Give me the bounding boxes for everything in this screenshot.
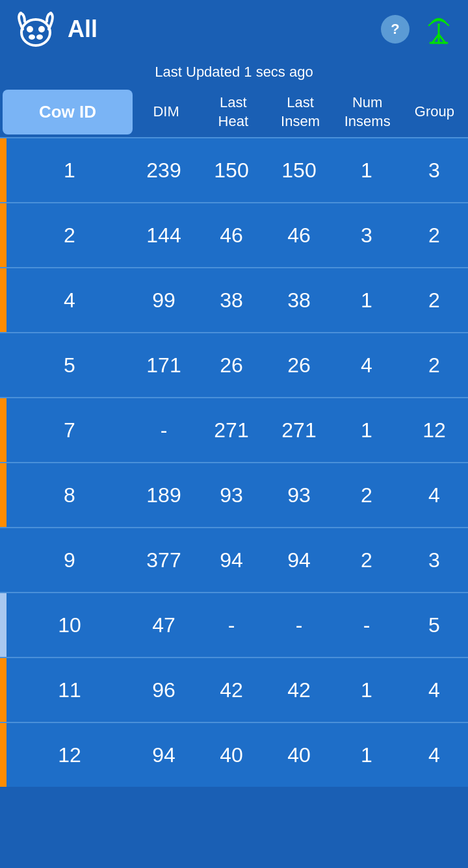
row-indicator [0,593,6,657]
table-row[interactable]: 2 144 46 46 3 2 [0,202,468,267]
cell-num-insems: 4 [333,333,400,397]
table-row[interactable]: 1 239 150 150 1 3 [0,137,468,202]
row-indicator [0,203,6,267]
table-body: 1 239 150 150 1 3 2 144 46 46 3 2 4 99 3… [0,137,468,787]
cell-last-insem: 42 [265,658,333,722]
cell-dim: 99 [130,268,198,332]
cell-group: 3 [400,138,468,202]
cell-last-insem: 40 [265,723,333,787]
row-indicator [0,723,6,787]
cattle-logo-icon [13,10,58,49]
table-row[interactable]: 9 377 94 94 2 3 [0,527,468,592]
cell-group: 4 [400,658,468,722]
signal-icon [422,12,455,47]
cell-last-heat: - [198,593,265,657]
cell-num-insems: - [333,593,400,657]
row-indicator [0,398,6,462]
cell-dim: 171 [130,333,198,397]
svg-point-4 [40,27,44,31]
cell-last-insem: 38 [265,268,333,332]
cell-last-heat: 271 [198,398,265,462]
cell-cowid: 12 [0,723,130,787]
cell-last-insem: 93 [265,463,333,527]
cell-group: 3 [400,528,468,592]
cell-dim: 47 [130,593,198,657]
cell-dim: 144 [130,203,198,267]
cell-last-heat: 93 [198,463,265,527]
cell-cowid: 4 [0,268,130,332]
cell-dim: 239 [130,138,198,202]
cell-dim: 189 [130,463,198,527]
help-button[interactable]: ? [381,15,410,44]
cell-cowid: 1 [0,138,130,202]
cell-last-heat: 42 [198,658,265,722]
cell-num-insems: 1 [333,268,400,332]
cell-last-insem: - [265,593,333,657]
cell-last-heat: 94 [198,528,265,592]
row-indicator [0,138,6,202]
cell-num-insems: 1 [333,658,400,722]
cell-dim: 96 [130,658,198,722]
column-header-last-heat: Last Heat [200,87,266,137]
update-bar: Last Updated 1 secs ago [0,58,468,87]
cell-cowid: 11 [0,658,130,722]
table-row[interactable]: 7 - 271 271 1 12 [0,397,468,462]
cell-last-heat: 150 [198,138,265,202]
data-table: Cow ID DIM Last Heat Last Insem Num Inse… [0,87,468,787]
cell-cowid: 5 [0,333,130,397]
svg-point-1 [30,36,34,38]
column-header-cowid: Cow ID [3,90,133,134]
cell-last-heat: 40 [198,723,265,787]
cell-cowid: 9 [0,528,130,592]
app-header: All ? [0,0,468,58]
table-row[interactable]: 5 171 26 26 4 2 [0,332,468,397]
cell-group: 4 [400,463,468,527]
cell-last-insem: 271 [265,398,333,462]
cell-cowid: 7 [0,398,130,462]
row-indicator [0,528,6,592]
table-row[interactable]: 8 189 93 93 2 4 [0,462,468,527]
cell-group: 5 [400,593,468,657]
svg-point-10 [437,23,440,26]
table-row[interactable]: 4 99 38 38 1 2 [0,267,468,332]
table-row[interactable]: 10 47 - - - 5 [0,592,468,657]
last-insem-label: Last Insem [281,94,320,131]
column-header-last-insem: Last Insem [266,87,333,137]
header-right: ? [381,12,455,47]
table-row[interactable]: 11 96 42 42 1 4 [0,657,468,722]
cell-dim: 94 [130,723,198,787]
cell-num-insems: 1 [333,723,400,787]
table-row[interactable]: 12 94 40 40 1 4 [0,722,468,787]
cell-group: 2 [400,268,468,332]
last-heat-label: Last Heat [218,94,248,131]
app-title: All [68,16,98,43]
cell-cowid: 8 [0,463,130,527]
cell-last-insem: 150 [265,138,333,202]
cell-group: 2 [400,203,468,267]
cell-last-insem: 26 [265,333,333,397]
cell-dim: - [130,398,198,462]
column-header-dim: DIM [133,87,200,137]
svg-point-0 [21,19,50,45]
cell-num-insems: 1 [333,398,400,462]
header-left: All [13,10,98,49]
row-indicator [0,268,6,332]
table-header-row: Cow ID DIM Last Heat Last Insem Num Inse… [0,87,468,137]
cell-last-heat: 26 [198,333,265,397]
row-indicator [0,333,6,397]
num-insems-label: Num Insems [344,94,391,131]
cell-cowid: 2 [0,203,130,267]
update-text: Last Updated 1 secs ago [155,64,313,80]
svg-point-2 [38,36,42,38]
cell-group: 12 [400,398,468,462]
column-header-num-insems: Num Insems [334,87,401,137]
cell-num-insems: 1 [333,138,400,202]
cell-num-insems: 2 [333,528,400,592]
cell-num-insems: 3 [333,203,400,267]
cell-last-heat: 38 [198,268,265,332]
row-indicator [0,463,6,527]
cell-group: 4 [400,723,468,787]
cell-last-insem: 46 [265,203,333,267]
svg-point-3 [28,27,32,31]
column-header-group: Group [401,87,468,137]
